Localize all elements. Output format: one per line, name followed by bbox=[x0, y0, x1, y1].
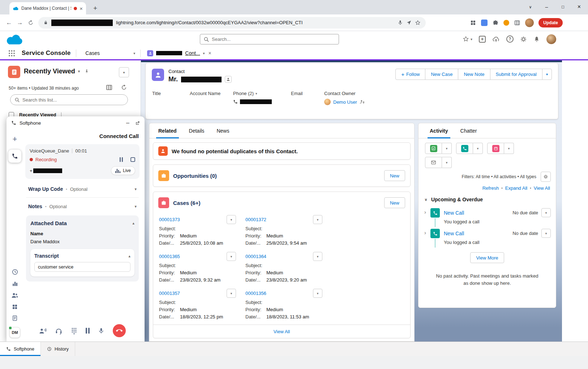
case-number-link[interactable]: 00001373 bbox=[159, 217, 180, 222]
expand-all-link[interactable]: Expand All bbox=[505, 185, 527, 191]
browser-profile-avatar[interactable] bbox=[525, 18, 534, 27]
refresh-icon[interactable] bbox=[121, 84, 127, 91]
case-row-actions-button[interactable]: ▾ bbox=[313, 289, 322, 298]
case-number-link[interactable]: 00001356 bbox=[245, 291, 266, 296]
new-opportunity-button[interactable]: New bbox=[384, 170, 405, 181]
agent-avatar[interactable]: DM bbox=[9, 327, 20, 338]
tab-search-icon[interactable]: ∨ bbox=[522, 0, 538, 14]
extensions-puzzle-icon[interactable] bbox=[492, 20, 499, 26]
notes-icon[interactable] bbox=[12, 315, 18, 321]
chevron-down-icon[interactable]: ▾ bbox=[203, 51, 205, 55]
new-task-button[interactable] bbox=[425, 143, 442, 154]
nav-tab-contact[interactable]: Cont... ▾ × bbox=[142, 47, 215, 59]
view-all-link[interactable]: View All bbox=[534, 185, 550, 191]
hold-call-icon[interactable] bbox=[86, 328, 90, 334]
pause-recording-icon[interactable] bbox=[120, 157, 123, 162]
contacts-icon[interactable] bbox=[11, 292, 18, 299]
display-as-icon[interactable] bbox=[106, 84, 113, 91]
list-view-controls-button[interactable]: ▾ bbox=[119, 67, 129, 77]
help-icon[interactable]: ? bbox=[506, 35, 514, 43]
tab-close-icon[interactable]: × bbox=[209, 50, 211, 56]
expand-item-icon[interactable]: › bbox=[424, 230, 430, 245]
case-row-actions-button[interactable]: ▾ bbox=[313, 252, 322, 261]
pin-icon[interactable] bbox=[84, 69, 89, 74]
new-case-button[interactable]: New Case bbox=[425, 69, 458, 80]
case-number-link[interactable]: 00001372 bbox=[245, 217, 266, 222]
case-row-actions-button[interactable]: ▾ bbox=[227, 252, 236, 261]
minimize-icon[interactable]: – bbox=[124, 120, 132, 126]
refresh-link[interactable]: Refresh bbox=[482, 185, 499, 191]
global-search[interactable] bbox=[200, 34, 339, 44]
tab-details[interactable]: Details bbox=[183, 123, 211, 138]
active-call-rail-icon[interactable] bbox=[8, 150, 21, 163]
chevron-up-icon[interactable]: ▴ bbox=[128, 254, 130, 258]
wrap-up-code-section[interactable]: Wrap Up Code • Optional ▾ bbox=[26, 180, 139, 197]
upcoming-overdue-section-header[interactable]: ∨ Upcoming & Overdue bbox=[419, 191, 556, 205]
activity-item-link[interactable]: New Call bbox=[444, 231, 464, 236]
submit-for-approval-button[interactable]: Submit for Approval bbox=[490, 69, 542, 80]
forward-icon[interactable]: → bbox=[14, 17, 25, 28]
setup-gear-icon[interactable] bbox=[520, 36, 527, 43]
task-dropdown-button[interactable]: ▾ bbox=[442, 143, 452, 154]
follow-button[interactable]: +Follow bbox=[395, 69, 425, 80]
new-note-button[interactable]: New Note bbox=[458, 69, 490, 80]
list-search[interactable] bbox=[10, 94, 128, 105]
log-call-button[interactable] bbox=[456, 143, 473, 154]
transcript-input[interactable] bbox=[34, 262, 130, 272]
tab-related[interactable]: Related bbox=[152, 123, 183, 138]
list-search-input[interactable] bbox=[22, 97, 123, 103]
extension-icon[interactable] bbox=[503, 20, 509, 26]
activity-settings-button[interactable] bbox=[541, 172, 551, 182]
agent-headset-icon[interactable] bbox=[55, 327, 63, 335]
window-maximize-icon[interactable]: □ bbox=[555, 0, 571, 14]
upload-status-icon[interactable] bbox=[492, 35, 500, 43]
activity-filters-text[interactable]: Filters: All time • All activities • All… bbox=[462, 174, 536, 179]
chevron-down-icon[interactable]: ▾ bbox=[134, 204, 137, 209]
chrome-update-button[interactable]: Update bbox=[538, 18, 563, 27]
activity-actions-button[interactable]: ▾ bbox=[541, 229, 551, 238]
supervisor-listen-icon[interactable] bbox=[39, 327, 47, 335]
window-close-icon[interactable]: × bbox=[571, 0, 587, 14]
bookmark-star-icon[interactable] bbox=[415, 20, 421, 26]
case-row-actions-button[interactable]: ▾ bbox=[313, 215, 322, 224]
email-button[interactable] bbox=[425, 157, 442, 168]
tab-close-icon[interactable]: × bbox=[80, 5, 83, 12]
tab-chatter[interactable]: Chatter bbox=[454, 123, 483, 138]
apps-grid-icon[interactable] bbox=[12, 304, 18, 310]
add-icon[interactable]: + bbox=[13, 135, 17, 143]
contact-badge-icon[interactable] bbox=[225, 76, 232, 83]
call-history-icon[interactable] bbox=[12, 269, 18, 275]
favorites-star-icon[interactable]: ▾ bbox=[463, 36, 472, 42]
share-icon[interactable] bbox=[406, 20, 412, 25]
chevron-down-icon[interactable]: ▾ bbox=[78, 69, 80, 74]
chevron-down-icon[interactable]: ▾ bbox=[133, 51, 135, 55]
user-avatar[interactable] bbox=[546, 34, 556, 44]
reload-icon[interactable] bbox=[25, 17, 36, 28]
end-call-button[interactable] bbox=[113, 324, 126, 337]
case-row-actions-button[interactable]: ▾ bbox=[227, 289, 236, 298]
back-icon[interactable]: ← bbox=[4, 17, 14, 28]
global-search-input[interactable] bbox=[212, 37, 335, 42]
case-number-link[interactable]: 00001364 bbox=[245, 254, 266, 259]
side-panel-icon[interactable] bbox=[514, 20, 520, 26]
stop-recording-icon[interactable] bbox=[130, 157, 135, 162]
nav-tab-cases[interactable]: Cases ▾ bbox=[82, 47, 139, 59]
cases-view-all-link[interactable]: View All bbox=[274, 329, 290, 334]
voice-search-mic-icon[interactable] bbox=[398, 20, 403, 25]
utility-history-tab[interactable]: History bbox=[41, 342, 75, 356]
new-case-related-button[interactable]: New bbox=[384, 197, 405, 208]
activity-item-link[interactable]: New Call bbox=[444, 210, 464, 216]
tab-activity[interactable]: Activity bbox=[424, 123, 454, 138]
extension-icon[interactable] bbox=[470, 20, 476, 26]
mute-mic-icon[interactable] bbox=[98, 327, 104, 334]
section-collapse-icon[interactable]: ∨ bbox=[424, 197, 428, 202]
change-owner-icon[interactable] bbox=[360, 99, 365, 105]
more-actions-button[interactable]: ▾ bbox=[542, 69, 552, 80]
expand-item-icon[interactable]: › bbox=[424, 209, 430, 224]
dialpad-icon[interactable] bbox=[71, 327, 77, 335]
owner-link[interactable]: Demo User bbox=[333, 99, 357, 105]
email-dropdown-button[interactable]: ▾ bbox=[442, 157, 452, 168]
notifications-bell-icon[interactable] bbox=[533, 36, 540, 42]
view-more-button[interactable]: View More bbox=[470, 252, 504, 263]
browser-tab[interactable]: Dane Maddox | Contact | Sal × bbox=[9, 2, 86, 14]
